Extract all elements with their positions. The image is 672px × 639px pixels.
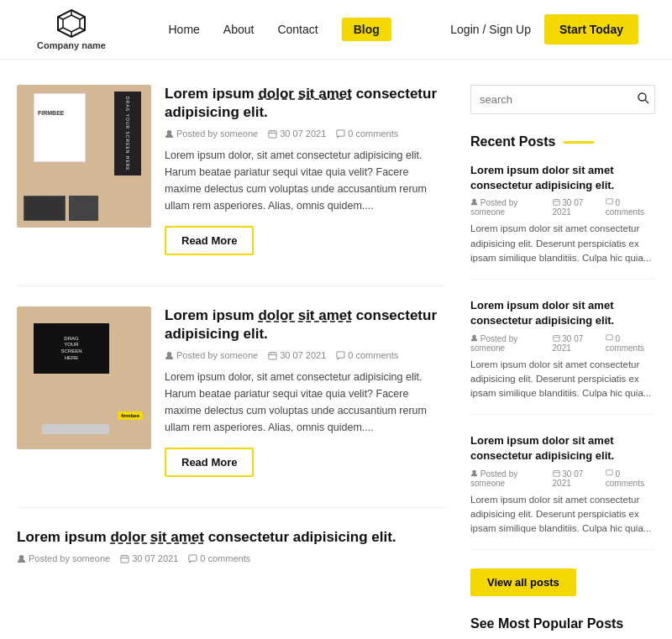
- posts-column: DRAG YOUR SCREEN HERE Lorem ipsum dolor …: [17, 85, 445, 639]
- post-author-2: Posted by someone: [165, 350, 258, 360]
- nav-blog[interactable]: Blog: [342, 18, 391, 41]
- sidebar-post-meta-1: Posted by someone 30 07 2021 0 comments: [470, 198, 655, 217]
- popular-posts-title: See Most Popular Posts: [470, 616, 655, 631]
- post-date-2: 30 07 2021: [268, 350, 326, 360]
- search-input[interactable]: [471, 86, 629, 113]
- sidebar-post-title-3: Lorem ipsum dolor sit amet consectetur a…: [470, 433, 655, 464]
- svg-rect-31: [606, 199, 613, 204]
- start-today-button[interactable]: Start Today: [544, 14, 638, 45]
- post-meta-2: Posted by someone 30 07 2021 0 comments: [165, 350, 445, 360]
- sidebar-post-1: Lorem ipsum dolor sit amet consectetur a…: [470, 163, 655, 280]
- svg-line-27: [645, 100, 648, 103]
- login-link[interactable]: Login / Sign Up: [450, 23, 531, 36]
- sidebar-post-meta-2: Posted by someone 30 07 2021 0 comments: [470, 334, 655, 353]
- keyboard-sim: [42, 424, 109, 434]
- svg-rect-19: [337, 352, 344, 358]
- svg-rect-21: [121, 556, 129, 563]
- sidebar-post-meta-3: Posted by someone 30 07 2021 0 comments: [470, 469, 655, 488]
- svg-rect-9: [269, 131, 276, 138]
- post-date-3: 30 07 2021: [120, 553, 178, 563]
- logo: Company name: [34, 8, 109, 50]
- post-comments-3: 0 comments: [188, 553, 250, 563]
- post-card-3: Lorem ipsum dolor sit amet consectetur a…: [17, 528, 445, 563]
- svg-rect-15: [269, 353, 276, 359]
- post-date-1: 30 07 2021: [268, 128, 326, 139]
- sidebar-post-excerpt-3: Lorem ipsum dolor sit amet consectetur a…: [470, 493, 655, 537]
- post-author-1: Posted by someone: [165, 128, 258, 139]
- post-meta-3: Posted by someone 30 07 2021 0 comments: [17, 553, 445, 563]
- search-button[interactable]: [629, 86, 655, 113]
- svg-rect-13: [337, 130, 344, 136]
- svg-rect-35: [606, 334, 613, 339]
- svg-rect-25: [189, 555, 197, 561]
- header: Company name Home About Contact Blog Log…: [0, 0, 672, 60]
- post-title-3: Lorem ipsum dolor sit amet consectetur a…: [17, 528, 445, 547]
- main-container: DRAG YOUR SCREEN HERE Lorem ipsum dolor …: [0, 60, 672, 639]
- sidebar-post-2: Lorem ipsum dolor sit amet consectetur a…: [470, 298, 655, 415]
- thumbnail-image-1: DRAG YOUR SCREEN HERE: [17, 85, 151, 228]
- nav-contact[interactable]: Contact: [277, 23, 318, 36]
- svg-rect-39: [606, 469, 613, 474]
- post-excerpt-2: Lorem ipsum dolor, sit amet consectetur …: [165, 369, 445, 436]
- post-thumbnail-2: DRAGYOURSCREENHERE firmbee: [17, 306, 151, 449]
- post-content-2: Lorem ipsum dolor sit amet consectetur a…: [165, 306, 445, 477]
- svg-point-26: [638, 93, 646, 101]
- sidebar-post-3: Lorem ipsum dolor sit amet consectetur a…: [470, 433, 655, 550]
- post-divider-2: [17, 507, 445, 508]
- read-more-button-1[interactable]: Read More: [165, 226, 254, 255]
- main-nav: Home About Contact Blog: [168, 18, 391, 41]
- post-comments-2: 0 comments: [336, 350, 398, 360]
- post-meta-1: Posted by someone 30 07 2021 0 comments: [165, 128, 445, 139]
- sidebar: Recent Posts Lorem ipsum dolor sit amet …: [470, 85, 655, 639]
- header-right: Login / Sign Up Start Today: [450, 14, 638, 45]
- view-all-button[interactable]: View all posts: [470, 568, 576, 596]
- post-excerpt-1: Lorem ipsum dolor, sit amet consectetur …: [165, 147, 445, 214]
- svg-marker-1: [63, 15, 80, 32]
- sidebar-post-excerpt-1: Lorem ipsum dolor sit amet consectetur a…: [470, 222, 655, 265]
- post-author-3: Posted by someone: [17, 553, 110, 563]
- read-more-button-2[interactable]: Read More: [165, 448, 254, 477]
- post-title-2: Lorem ipsum dolor sit amet consectetur a…: [165, 306, 445, 343]
- thumbnail-image-2: DRAGYOURSCREENHERE firmbee: [17, 306, 151, 449]
- post-card-2: DRAGYOURSCREENHERE firmbee Lorem ipsum d…: [17, 306, 445, 477]
- search-box: [470, 85, 655, 114]
- screen-sim: DRAGYOURSCREENHERE: [34, 323, 109, 374]
- post-comments-1: 0 comments: [336, 128, 398, 139]
- logo-text: Company name: [37, 40, 106, 50]
- sidebar-post-excerpt-2: Lorem ipsum dolor sit amet consectetur a…: [470, 358, 655, 401]
- nav-home[interactable]: Home: [168, 23, 199, 36]
- nav-about[interactable]: About: [223, 23, 255, 36]
- recent-posts-title: Recent Posts: [470, 134, 655, 149]
- sidebar-post-title-2: Lorem ipsum dolor sit amet consectetur a…: [470, 298, 655, 328]
- post-card: DRAG YOUR SCREEN HERE Lorem ipsum dolor …: [17, 85, 445, 255]
- svg-rect-29: [553, 200, 559, 206]
- sidebar-post-title-1: Lorem ipsum dolor sit amet consectetur a…: [470, 163, 655, 193]
- svg-rect-33: [553, 335, 559, 341]
- post-divider-1: [17, 285, 445, 286]
- logo-icon: [56, 8, 87, 39]
- post-content-1: Lorem ipsum dolor sit amet consectetur a…: [165, 85, 445, 255]
- post-thumbnail-1: DRAG YOUR SCREEN HERE: [17, 85, 151, 228]
- svg-rect-37: [553, 470, 559, 476]
- post-title-1: Lorem ipsum dolor sit amet consectetur a…: [165, 85, 445, 122]
